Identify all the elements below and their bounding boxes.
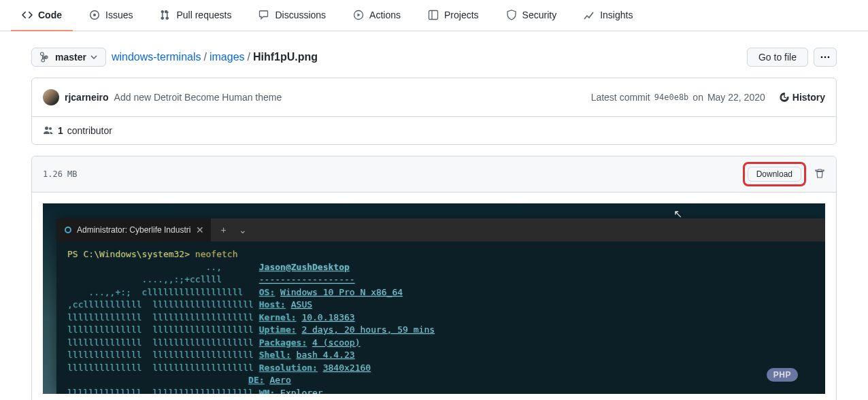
file-preview: ↖ Administrator: Cyberlife Industri ✕ + …: [32, 193, 836, 400]
tab-label: Insights: [600, 5, 633, 24]
avatar[interactable]: [43, 89, 59, 105]
graph-icon: [584, 10, 595, 20]
svg-rect-2: [429, 11, 438, 20]
terminal-tab-title: Administrator: Cyberlife Industri: [77, 225, 190, 235]
tab-label: Issues: [105, 5, 133, 24]
history-icon: [779, 92, 790, 103]
contributors-row: 1 contributor: [32, 116, 836, 144]
contributor-label: contributor: [67, 125, 112, 136]
code-icon: [22, 10, 33, 20]
commit-sha[interactable]: 94e0e8b: [654, 93, 689, 102]
commit-date-prefix: on: [692, 92, 703, 103]
people-icon: [43, 125, 54, 136]
commit-box: rjcarneiro Add new Detroit Become Human …: [31, 78, 837, 145]
svg-point-5: [824, 56, 827, 59]
terminal-body: PS C:\Windows\system32> neofetch .., Jas…: [56, 241, 825, 394]
tab-security[interactable]: Security: [495, 0, 568, 31]
history-link[interactable]: History: [779, 92, 825, 103]
svg-point-4: [821, 56, 823, 59]
tab-discussions[interactable]: Discussions: [248, 0, 337, 31]
chevron-down-icon: [90, 54, 97, 61]
terminal-window: Administrator: Cyberlife Industri ✕ + ⌄ …: [56, 218, 825, 394]
file-size: 1.26 MB: [43, 169, 78, 179]
project-icon: [428, 10, 439, 20]
tab-label: Discussions: [275, 5, 326, 24]
delete-button[interactable]: [814, 168, 825, 181]
tab-label: Actions: [369, 5, 401, 24]
commit-date: May 22, 2020: [707, 92, 765, 103]
tab-label: Pull requests: [176, 5, 231, 24]
repo-tabs: Code Issues Pull requests Discussions Ac…: [0, 0, 868, 31]
tab-label: Security: [522, 5, 557, 24]
plus-icon: +: [220, 224, 226, 235]
latest-commit-label: Latest commit: [591, 92, 650, 103]
tab-insights[interactable]: Insights: [573, 0, 644, 31]
breadcrumb-folder[interactable]: images: [210, 51, 245, 63]
tab-actions[interactable]: Actions: [342, 0, 412, 31]
php-watermark: PHP: [767, 368, 798, 382]
branch-icon: [40, 52, 51, 63]
file-header-row: master windows-terminals/images/Hihf1pU.…: [31, 48, 837, 67]
commit-message[interactable]: Add new Detroit Become Human theme: [114, 92, 282, 103]
contributor-count: 1: [58, 125, 63, 136]
tab-projects[interactable]: Projects: [417, 0, 490, 31]
issue-icon: [89, 10, 100, 20]
kebab-icon: [820, 52, 831, 63]
chevron-down-icon: ⌄: [239, 224, 247, 235]
more-options-button[interactable]: [814, 48, 837, 67]
pr-icon: [160, 10, 171, 20]
history-label: History: [792, 92, 825, 103]
tab-pullrequests[interactable]: Pull requests: [149, 0, 242, 31]
tab-label: Projects: [444, 5, 479, 24]
branch-switcher[interactable]: master: [31, 48, 106, 67]
tab-circle-icon: [65, 227, 71, 233]
tab-code[interactable]: Code: [11, 0, 73, 31]
download-highlight: Download: [743, 162, 806, 186]
terminal-tab: Administrator: Cyberlife Industri ✕: [56, 218, 211, 241]
close-icon: ✕: [196, 224, 204, 235]
screenshot-image: ↖ Administrator: Cyberlife Industri ✕ + …: [43, 203, 825, 394]
play-icon: [353, 10, 364, 20]
svg-point-0: [93, 14, 96, 16]
trash-icon: [814, 168, 825, 179]
branch-name: master: [55, 52, 86, 63]
download-button[interactable]: Download: [748, 167, 801, 182]
discussion-icon: [258, 10, 269, 20]
breadcrumb-repo[interactable]: windows-terminals: [112, 51, 201, 63]
commit-author[interactable]: rjcarneiro: [65, 92, 109, 103]
file-box: 1.26 MB Download ↖ Administrator: Cyberl…: [31, 156, 837, 400]
go-to-file-button[interactable]: Go to file: [747, 48, 808, 67]
terminal-titlebar: Administrator: Cyberlife Industri ✕ + ⌄: [56, 218, 825, 241]
breadcrumb-file: Hihf1pU.png: [253, 51, 318, 63]
svg-point-6: [828, 56, 830, 59]
tab-issues[interactable]: Issues: [78, 0, 144, 31]
breadcrumb: windows-terminals/images/Hihf1pU.png: [112, 51, 318, 63]
tab-label: Code: [38, 5, 62, 24]
shield-icon: [506, 10, 517, 20]
